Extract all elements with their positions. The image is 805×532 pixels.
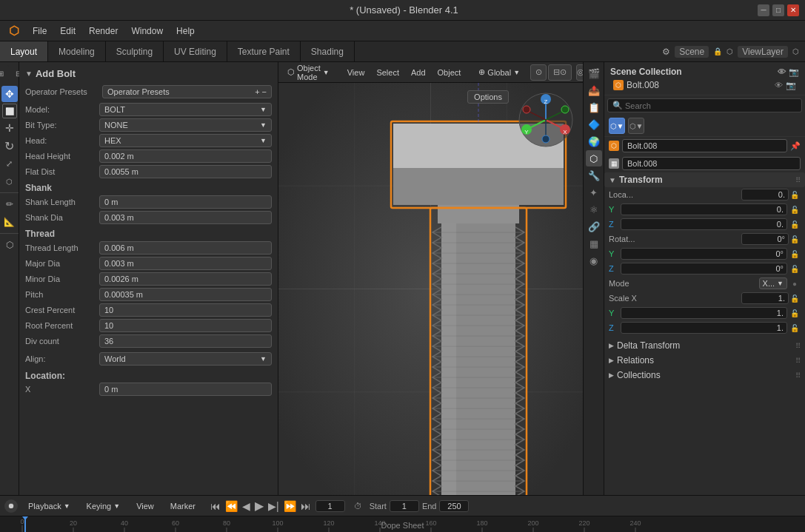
constraints-icon[interactable]: 🔗 [586, 218, 602, 235]
preset-add-icon[interactable]: + [255, 87, 259, 96]
keying-btn[interactable]: Keying ▼ [81, 500, 127, 512]
scene-props-icon[interactable]: 🎬 [586, 65, 602, 81]
close-button[interactable]: ✕ [787, 4, 799, 16]
add-bolt-header[interactable]: ▼ Add Bolt [25, 68, 272, 79]
viewport-options-btn[interactable]: Options [467, 90, 509, 104]
jump-end-btn[interactable]: ⏭ [301, 500, 311, 512]
presets-select[interactable]: Operator Presets + − [102, 85, 272, 98]
toolbar-scene-icon[interactable]: ⊞ [0, 65, 9, 81]
ws-tab-modeling[interactable]: Modeling [48, 41, 106, 61]
scene-icon[interactable]: 🔷 [586, 116, 602, 132]
prev-keyframe-btn[interactable]: ⏪ [225, 500, 238, 512]
timeline-mode-icon[interactable]: ⏺ [4, 499, 18, 513]
collections-row[interactable]: ▶ Collections ⠿ [604, 368, 805, 383]
snap-type-btn[interactable]: ⊟⊙ [548, 64, 572, 81]
div-count-value[interactable]: 36 [99, 334, 272, 348]
tool-move[interactable]: ✛ [1, 120, 18, 136]
menu-window[interactable]: Window [125, 24, 169, 38]
bolt-camera-icon[interactable]: 📷 [786, 81, 796, 90]
head-height-value[interactable]: 0.002 m [99, 149, 272, 163]
tool-add-cube[interactable]: ⬡ [1, 237, 18, 253]
viewlayer-selector[interactable]: ViewLayer [738, 46, 788, 58]
bit-type-select[interactable]: NONE ▼ [99, 118, 272, 132]
add-menu[interactable]: Add [407, 67, 430, 78]
step-fwd-btn[interactable]: ▶| [268, 500, 279, 512]
align-select[interactable]: World ▼ [99, 352, 272, 366]
ws-tab-texture-paint[interactable]: Texture Paint [227, 41, 301, 61]
marker-btn[interactable]: Marker [164, 500, 201, 512]
model-select[interactable]: BOLT ▼ [99, 103, 272, 116]
tool-select-box[interactable]: ⬜ [2, 104, 17, 118]
shank-dia-value[interactable]: 0.003 m [99, 211, 272, 224]
major-dia-value[interactable]: 0.003 m [99, 257, 272, 270]
scale-x-lock[interactable]: 🔓 [789, 292, 801, 304]
scene-collection-toggle-icon[interactable]: 👁 [778, 67, 786, 77]
shank-length-value[interactable]: 0 m [99, 195, 272, 209]
snap-btn[interactable]: ⊙ [530, 64, 547, 81]
mode-lock[interactable]: ● [789, 277, 801, 289]
object-menu[interactable]: Object [433, 67, 466, 78]
jump-start-btn[interactable]: ⏮ [210, 500, 221, 512]
preset-remove-icon[interactable]: − [262, 87, 267, 96]
data-icon[interactable]: ▦ [586, 235, 602, 252]
rotation-x-lock[interactable]: 🔓 [789, 233, 801, 245]
location-x-lock[interactable]: 🔓 [789, 189, 801, 201]
relations-row[interactable]: ▶ Relations ⠿ [604, 353, 805, 368]
ws-tab-sculpting[interactable]: Sculpting [106, 41, 164, 61]
minor-dia-value[interactable]: 0.0026 m [99, 272, 272, 286]
scene-extra-btn2[interactable]: ⬡ [726, 47, 733, 55]
transform-section-header[interactable]: ▼ Transform ⠿ [604, 172, 805, 187]
select-menu[interactable]: Select [372, 67, 404, 78]
data-name-field[interactable] [622, 157, 801, 170]
world-icon[interactable]: 🌍 [586, 133, 602, 149]
tool-transform[interactable]: ⬡ [1, 173, 18, 189]
scale-z-lock[interactable]: 🔓 [789, 322, 801, 334]
scene-item-bolt[interactable]: ⬡ Bolt.008 👁 📷 [607, 78, 802, 92]
transform-global-btn[interactable]: ⊕ Global ▼ [474, 66, 524, 78]
current-frame-input[interactable]: 1 [315, 500, 345, 512]
scale-y-val[interactable]: 1. [621, 307, 787, 319]
ws-tab-layout[interactable]: Layout [0, 41, 48, 61]
ws-tab-uv-editing[interactable]: UV Editing [164, 41, 227, 61]
play-btn[interactable]: ▶ [255, 499, 264, 513]
playback-btn[interactable]: Playback ▼ [22, 500, 76, 512]
proportional-edit-btn[interactable]: ◎ [576, 64, 583, 81]
menu-blender[interactable]: ⬡ [3, 21, 25, 40]
props-search-input[interactable] [625, 101, 797, 110]
scrubber[interactable]: 0 20 40 60 80 100 120 140 160 180 200 22… [0, 516, 805, 532]
scale-y-lock[interactable]: 🔓 [789, 307, 801, 319]
next-keyframe-btn[interactable]: ⏩ [284, 500, 296, 512]
object-pin-icon[interactable]: 📌 [790, 141, 801, 151]
step-back-btn[interactable]: ◀ [242, 500, 250, 512]
view-layer-icon[interactable]: 📋 [586, 99, 602, 115]
location-z-val[interactable]: 0. [621, 218, 787, 230]
object-mode-btn[interactable]: ⬡ Object Mode ▼ [283, 62, 334, 83]
rotation-y-val[interactable]: 0° [621, 248, 787, 260]
rotation-x-val[interactable]: 0° [741, 233, 789, 245]
rotation-mode-dropdown[interactable]: X... ▼ [759, 277, 787, 289]
tool-annotate[interactable]: ✏ [1, 196, 18, 212]
scene-selector[interactable]: Scene [675, 46, 709, 58]
modifier-icon[interactable]: 🔧 [586, 167, 602, 183]
location-x-val[interactable]: 0. [741, 189, 789, 201]
head-select[interactable]: HEX ▼ [99, 134, 272, 147]
rotation-y-lock[interactable]: 🔓 [789, 248, 801, 260]
render-engine-icon[interactable]: ⚙ [662, 47, 670, 57]
menu-render[interactable]: Render [83, 24, 124, 38]
root-percent-value[interactable]: 10 [99, 319, 272, 332]
navigation-gizmo[interactable]: Z X Y [516, 90, 575, 149]
object-props-icon[interactable]: ⬡ [586, 150, 602, 166]
menu-edit[interactable]: Edit [54, 24, 81, 38]
location-z-lock[interactable]: 🔓 [789, 218, 801, 230]
scale-x-val[interactable]: 1. [741, 292, 789, 304]
scale-z-val[interactable]: 1. [621, 322, 787, 334]
object-mode-toggle[interactable]: ⬡▼ [609, 118, 625, 134]
object-data-toggle[interactable]: ⬡▼ [628, 118, 644, 134]
scene-collection-render-icon[interactable]: 📷 [789, 67, 799, 77]
viewport-canvas[interactable]: Z X Y [278, 83, 583, 495]
view-menu[interactable]: View [343, 67, 370, 78]
tool-measure[interactable]: 📐 [1, 214, 18, 230]
physics-icon[interactable]: ⚛ [586, 201, 602, 218]
menu-file[interactable]: File [27, 24, 53, 38]
ws-tab-shading[interactable]: Shading [301, 41, 355, 61]
